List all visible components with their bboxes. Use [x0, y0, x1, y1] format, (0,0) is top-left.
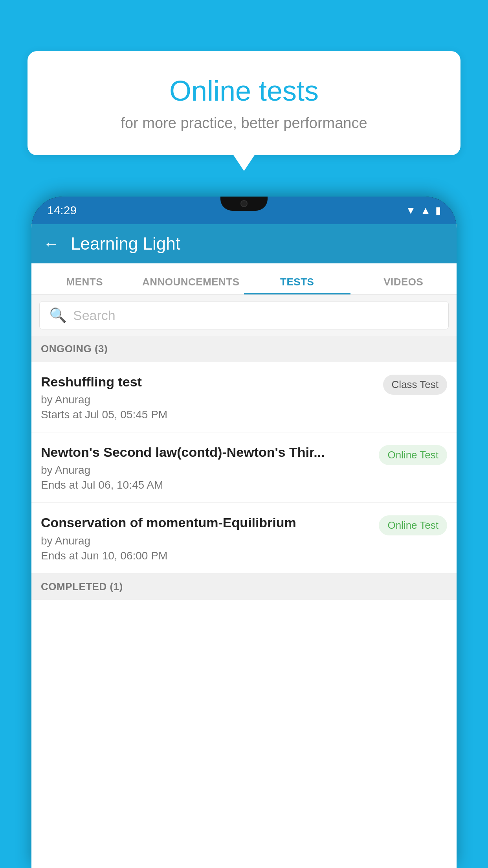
- test-item-3[interactable]: Conservation of momentum-Equilibrium by …: [31, 503, 457, 573]
- test-author-1: by Anurag: [41, 394, 375, 406]
- signal-icon: ▲: [420, 204, 431, 217]
- back-button[interactable]: ←: [43, 235, 59, 253]
- completed-section-header: COMPLETED (1): [31, 574, 457, 600]
- test-list: Reshuffling test by Anurag Starts at Jul…: [31, 362, 457, 574]
- tab-ments[interactable]: MENTS: [31, 276, 138, 294]
- bubble-subtitle: for more practice, better performance: [59, 115, 429, 132]
- tab-videos[interactable]: VIDEOS: [350, 276, 457, 294]
- app-header: ← Learning Light: [31, 224, 457, 263]
- test-title-3: Conservation of momentum-Equilibrium: [41, 514, 371, 531]
- test-badge-1: Class Test: [383, 375, 447, 395]
- app-title: Learning Light: [71, 234, 180, 254]
- test-info-1: Reshuffling test by Anurag Starts at Jul…: [41, 373, 383, 421]
- phone-mockup: 14:29 ▼ ▲ ▮ ← Learning Light MENTS ANNOU…: [31, 197, 457, 868]
- phone-screen: ← Learning Light MENTS ANNOUNCEMENTS TES…: [31, 224, 457, 868]
- test-badge-2: Online Test: [379, 445, 447, 465]
- tab-tests[interactable]: TESTS: [244, 276, 350, 294]
- search-container: 🔍 Search: [31, 295, 457, 336]
- status-icons: ▼ ▲ ▮: [406, 204, 441, 217]
- test-info-3: Conservation of momentum-Equilibrium by …: [41, 514, 379, 562]
- test-item-1[interactable]: Reshuffling test by Anurag Starts at Jul…: [31, 362, 457, 432]
- wifi-icon: ▼: [406, 204, 416, 217]
- search-bar[interactable]: 🔍 Search: [39, 301, 449, 329]
- battery-icon: ▮: [435, 204, 441, 217]
- test-badge-3: Online Test: [379, 515, 447, 535]
- status-bar: 14:29 ▼ ▲ ▮: [31, 197, 457, 224]
- notch: [220, 197, 268, 211]
- test-date-1: Starts at Jul 05, 05:45 PM: [41, 408, 375, 421]
- ongoing-section-header: ONGOING (3): [31, 336, 457, 362]
- speech-bubble-container: Online tests for more practice, better p…: [28, 51, 460, 155]
- speech-bubble: Online tests for more practice, better p…: [28, 51, 460, 155]
- search-icon: 🔍: [49, 307, 67, 324]
- bubble-title: Online tests: [59, 75, 429, 107]
- test-author-2: by Anurag: [41, 464, 371, 476]
- test-author-3: by Anurag: [41, 535, 371, 547]
- test-date-3: Ends at Jun 10, 06:00 PM: [41, 550, 371, 562]
- status-time: 14:29: [47, 204, 77, 217]
- test-date-2: Ends at Jul 06, 10:45 AM: [41, 479, 371, 491]
- test-title-1: Reshuffling test: [41, 373, 375, 390]
- search-placeholder: Search: [73, 308, 116, 323]
- test-item-2[interactable]: Newton's Second law(contd)-Newton's Thir…: [31, 432, 457, 503]
- test-title-2: Newton's Second law(contd)-Newton's Thir…: [41, 443, 371, 461]
- tabs-bar: MENTS ANNOUNCEMENTS TESTS VIDEOS: [31, 263, 457, 295]
- tab-announcements[interactable]: ANNOUNCEMENTS: [138, 276, 244, 294]
- test-info-2: Newton's Second law(contd)-Newton's Thir…: [41, 443, 379, 491]
- notch-camera: [240, 200, 248, 207]
